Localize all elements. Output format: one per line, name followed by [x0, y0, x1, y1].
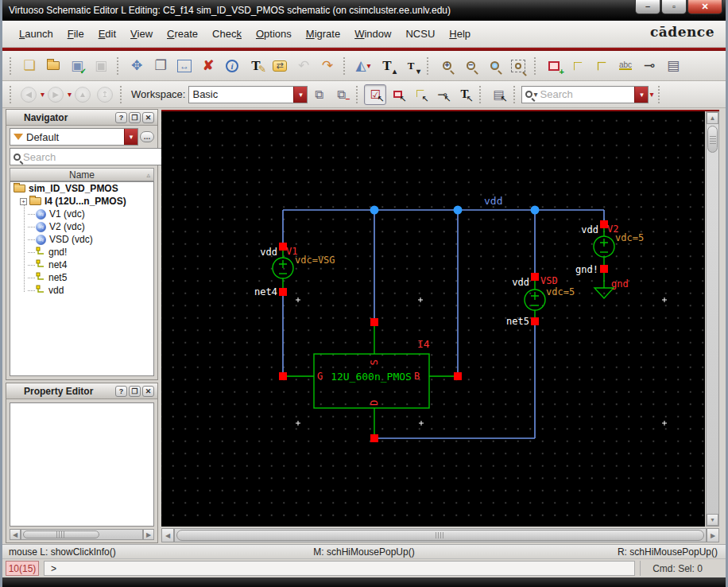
canvas-hscrollbar[interactable]: ◀ ▶ [161, 528, 719, 542]
scroll-left-button[interactable]: ◀ [161, 528, 174, 542]
mode-select-instance-button[interactable]: ↖ [386, 84, 409, 105]
create-pin-button[interactable]: ⊸ [637, 54, 661, 77]
tree-item-v1-vdc-[interactable]: objV1 (vdc) [10, 208, 153, 220]
toolbar-grip[interactable] [10, 86, 14, 103]
menu-launch[interactable]: Launch [12, 25, 60, 43]
vdd-rail-label[interactable]: vdd [484, 195, 502, 207]
top-hierarchy-button[interactable]: ↥ [94, 84, 116, 105]
menu-window[interactable]: Window [347, 25, 398, 43]
toolbar-grip[interactable] [534, 57, 538, 75]
rotate-mirror-button[interactable]: ◭▾ [351, 54, 375, 77]
tree-item-vsd-vdc-[interactable]: objVSD (vdc) [10, 233, 153, 246]
mode-select-label-button[interactable]: T↖ [453, 84, 475, 105]
filter-options-button[interactable]: … [140, 131, 154, 142]
forward-button[interactable]: ▶ [45, 84, 67, 105]
menu-create[interactable]: Create [160, 25, 205, 43]
toolbar-grip[interactable] [117, 57, 121, 75]
scroll-right-button[interactable]: ▶ [707, 528, 719, 542]
signal-net-wires[interactable] [283, 292, 535, 438]
scroll-right-button[interactable]: ▶ [143, 529, 154, 540]
query-properties-button[interactable]: ▤↖ [487, 84, 509, 105]
hide-panels-button[interactable]: ⧉− [330, 84, 352, 105]
zoom-in-button[interactable]: + [435, 54, 459, 77]
toolbar-grip[interactable] [10, 57, 14, 75]
descend-button[interactable]: ⇄ [268, 54, 292, 77]
history-counter[interactable]: 10(15) [6, 561, 39, 576]
search-options-caret[interactable]: ▾ [649, 90, 653, 99]
minimize-button[interactable]: – [635, 0, 660, 14]
edit-labels-button[interactable]: T✎ [244, 54, 268, 77]
vscroll-thumb[interactable] [707, 126, 718, 153]
scroll-left-button[interactable]: ◀ [10, 529, 21, 540]
navigator-help-button[interactable]: ? [115, 112, 127, 123]
command-input[interactable]: > [44, 561, 635, 576]
save-button[interactable]: ▣ [89, 54, 113, 77]
property-editor-float-button[interactable]: ❐ [129, 386, 141, 397]
tree-item-net5[interactable]: net5 [10, 271, 153, 284]
move-button[interactable]: ✥ [125, 54, 149, 77]
property-editor-hscrollbar[interactable]: ◀ ▶ [10, 529, 154, 540]
tree-expander-icon[interactable]: + [20, 198, 27, 205]
close-button[interactable]: ✕ [687, 0, 722, 14]
mode-select-wire-button[interactable]: ∟↖ [409, 84, 431, 105]
new-file-button[interactable]: ❏ [17, 54, 41, 77]
tree-item-vdd[interactable]: vdd [10, 284, 153, 297]
tree-item-gnd-[interactable]: gnd! [10, 246, 153, 259]
zoom-to-selected-button[interactable] [482, 54, 506, 77]
tree-item-net4[interactable]: net4 [10, 259, 153, 271]
property-editor-close-button[interactable]: ✕ [142, 386, 154, 397]
menu-check[interactable]: Check [205, 25, 249, 43]
zoom-out-button[interactable]: − [459, 54, 482, 77]
tree-item-i4-12u-n-pmos-[interactable]: +I4 (12U...n_PMOS) [10, 195, 153, 208]
menu-options[interactable]: Options [249, 25, 299, 43]
mode-select-pin-button[interactable]: ⊸↖ [431, 84, 453, 105]
create-wire-name-button[interactable]: abc [614, 54, 637, 77]
toolbar-grip[interactable] [513, 86, 517, 103]
toolbar-grip[interactable] [658, 86, 662, 103]
properties-button[interactable]: i [220, 54, 244, 77]
shrink-text-button[interactable]: T▾ [399, 54, 423, 77]
property-editor-help-button[interactable]: ? [115, 386, 127, 397]
mode-select-all-button[interactable]: ☑↖ [364, 84, 386, 105]
navigator-close-button[interactable]: ✕ [142, 112, 154, 123]
menu-ncsu[interactable]: NCSU [398, 25, 442, 43]
navigator-search-input[interactable] [21, 150, 165, 164]
create-wire-button[interactable]: ∟ [566, 54, 590, 77]
menu-help[interactable]: Help [442, 25, 478, 43]
toolbar-grip[interactable] [479, 86, 483, 103]
toolbar-grip[interactable] [356, 86, 360, 103]
name-column-header[interactable]: Name ▵ [10, 168, 154, 181]
open-button[interactable] [41, 54, 65, 77]
search-dropdown-button[interactable]: ▾ [634, 87, 648, 103]
menu-view[interactable]: View [123, 25, 160, 43]
toolbar-grip[interactable] [427, 57, 431, 75]
toolbar-grip[interactable] [120, 86, 124, 103]
property-editor-button[interactable]: ▤ [661, 54, 685, 77]
instance-pins[interactable] [279, 220, 608, 442]
navigator-float-button[interactable]: ❐ [129, 112, 141, 123]
undo-button[interactable]: ↶ [292, 54, 316, 77]
canvas-vscrollbar[interactable]: ▲ ▾ [706, 111, 719, 527]
stretch-button[interactable]: ↔ [172, 54, 196, 77]
tree-item-v2-vdc-[interactable]: objV2 (vdc) [10, 220, 153, 233]
filter-dropdown-button[interactable]: ▾ [124, 129, 137, 145]
delete-button[interactable]: ✘ [196, 54, 220, 77]
redo-button[interactable]: ↷ [316, 54, 339, 77]
toolbar-grip[interactable] [343, 57, 347, 75]
create-instance-button[interactable]: + [542, 54, 566, 77]
navigator-filter-combo[interactable]: Default ▾ [10, 128, 138, 146]
scroll-up-button[interactable]: ▲ [707, 112, 718, 124]
menu-edit[interactable]: Edit [91, 25, 123, 43]
back-button[interactable]: ◀ [17, 84, 40, 105]
hscroll-thumb[interactable] [176, 530, 704, 541]
check-and-save-button[interactable]: ▣✓ [65, 54, 89, 77]
create-wide-wire-button[interactable]: ∟ [590, 54, 614, 77]
workspace-dropdown-button[interactable]: ▾ [293, 87, 307, 103]
show-panels-button[interactable]: ⧉ [308, 84, 330, 105]
zoom-to-fit-button[interactable] [506, 54, 530, 77]
tree-item-sim-id-vsd-pmos[interactable]: sim_ID_VSD_PMOS [10, 182, 153, 195]
workspace-combo[interactable]: Basic ▾ [188, 86, 308, 103]
enlarge-text-button[interactable]: T▴ [375, 54, 399, 77]
copy-button[interactable]: ❐ [149, 54, 172, 77]
scroll-thumb[interactable] [23, 531, 99, 538]
